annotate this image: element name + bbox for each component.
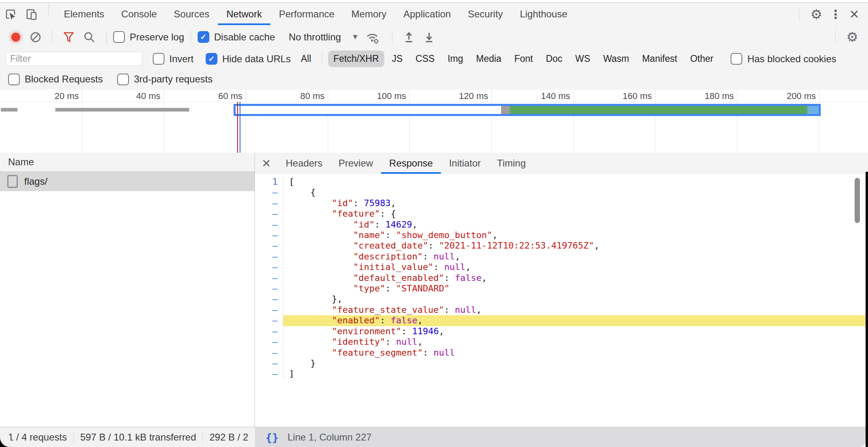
code-line: – "feature_segment": null — [255, 348, 868, 358]
close-detail-icon[interactable]: ✕ — [255, 153, 278, 174]
code-line: – "type": "STANDARD" — [255, 283, 868, 294]
close-devtools-icon[interactable]: ✕ — [845, 7, 864, 21]
disable-cache-checkbox[interactable]: ✓ Disable cache — [198, 31, 275, 43]
code-line: – "feature": { — [255, 209, 868, 219]
request-list: flags/ — [0, 172, 255, 191]
code-line: – "environment": 11946, — [255, 326, 868, 337]
code-text: "feature": { — [283, 209, 868, 219]
tab-lighthouse[interactable]: Lighthouse — [511, 3, 575, 25]
vertical-scrollbar[interactable] — [855, 178, 860, 223]
filter-input[interactable] — [6, 52, 142, 66]
transferred-size: 597 B / 10.1 kB transferred — [80, 432, 196, 443]
import-har-icon[interactable] — [399, 31, 419, 44]
tab-elements[interactable]: Elements — [55, 3, 113, 25]
type-filter-media[interactable]: Media — [471, 51, 507, 67]
hide-data-urls-checkbox[interactable]: ✓ Hide data URLs — [206, 53, 291, 65]
type-filter-fetchxhr[interactable]: Fetch/XHR — [328, 51, 384, 67]
type-filter-css[interactable]: CSS — [410, 51, 440, 67]
response-body-view[interactable]: 1[– {– "id": 75983,– "feature": {– "id":… — [255, 174, 868, 427]
settings-gear-icon[interactable]: ⚙ — [806, 6, 827, 22]
line-number: – — [255, 198, 283, 209]
filter-funnel-icon[interactable] — [59, 31, 79, 43]
waterfall-segment-stalled — [501, 106, 510, 114]
line-number: – — [255, 315, 283, 326]
type-filter-manifest[interactable]: Manifest — [637, 51, 683, 67]
requests-panel: Name flags/ — [0, 153, 255, 427]
more-options-icon[interactable]: ⋮ — [827, 7, 845, 21]
line-number: – — [255, 305, 283, 315]
tab-bar-actions: ⚙ ⋮ ✕ — [792, 3, 868, 25]
network-summary-bar: 1 / 4 requests 597 B / 10.1 kB transferr… — [0, 427, 263, 447]
type-filter-wasm[interactable]: Wasm — [598, 51, 634, 67]
throttling-dropdown[interactable]: No throttling ▼ — [289, 32, 358, 43]
code-line: – "id": 14629, — [255, 219, 868, 230]
code-line: – "id": 75983, — [255, 198, 868, 209]
tab-network[interactable]: Network — [218, 3, 270, 25]
line-number: – — [255, 358, 283, 369]
request-name: flags/ — [24, 176, 47, 187]
tab-security[interactable]: Security — [459, 3, 512, 25]
timeline-gridline — [737, 90, 737, 153]
clear-network-log-icon[interactable] — [26, 31, 45, 43]
waterfall-segment-tail — [807, 106, 819, 114]
name-column-header[interactable]: Name — [0, 153, 255, 172]
code-text: "type": "STANDARD" — [283, 283, 868, 294]
type-filter-all[interactable]: All — [295, 51, 316, 67]
disable-cache-label: Disable cache — [214, 32, 275, 43]
device-toolbar-icon[interactable] — [21, 3, 42, 25]
preserve-log-checkbox[interactable]: Preserve log — [113, 31, 184, 43]
search-icon[interactable] — [79, 31, 100, 44]
type-filter-js[interactable]: JS — [387, 51, 408, 67]
timeline-tick-label: 200 ms — [755, 91, 816, 101]
invert-checkbox[interactable]: Invert — [153, 53, 194, 65]
tab-sources[interactable]: Sources — [165, 3, 218, 25]
tab-performance[interactable]: Performance — [270, 3, 343, 25]
type-filter-font[interactable]: Font — [509, 51, 538, 67]
code-line: – { — [255, 187, 868, 198]
checkbox-box[interactable] — [113, 31, 125, 43]
detail-tab-headers[interactable]: Headers — [278, 153, 331, 174]
divider — [799, 7, 799, 21]
type-filter-ws[interactable]: WS — [570, 51, 596, 67]
detail-tab-initiator[interactable]: Initiator — [441, 153, 489, 174]
network-settings-gear-icon[interactable]: ⚙ — [842, 29, 862, 45]
checkbox-box[interactable]: ✓ — [198, 31, 209, 43]
pretty-print-icon[interactable]: {} — [265, 431, 279, 444]
code-line: – }, — [255, 294, 868, 304]
network-overview-timeline[interactable]: 20 ms40 ms60 ms80 ms100 ms120 ms140 ms16… — [0, 90, 868, 153]
checkbox-box[interactable]: ✓ — [206, 53, 217, 65]
checkbox-box[interactable] — [8, 74, 20, 85]
tab-application[interactable]: Application — [395, 3, 459, 25]
line-number: – — [255, 337, 283, 347]
checkbox-box[interactable] — [117, 74, 129, 85]
inspect-element-icon[interactable] — [0, 3, 21, 25]
overview-request-bar[interactable] — [1, 108, 17, 112]
type-filter-doc[interactable]: Doc — [541, 51, 568, 67]
code-text: "default_enabled": false, — [283, 273, 868, 283]
cursor-position: Line 1, Column 227 — [288, 432, 372, 443]
type-filter-img[interactable]: Img — [442, 51, 468, 67]
network-conditions-icon[interactable] — [359, 30, 386, 44]
export-har-icon[interactable] — [419, 31, 439, 44]
detail-tab-preview[interactable]: Preview — [331, 153, 381, 174]
ruler-divider — [0, 102, 868, 102]
has-blocked-cookies-checkbox[interactable]: Has blocked cookies — [731, 53, 836, 65]
request-row[interactable]: flags/ — [0, 172, 255, 191]
checkbox-box[interactable] — [731, 53, 742, 65]
timeline-tick-label: 40 ms — [100, 91, 160, 101]
detail-tab-timing[interactable]: Timing — [489, 153, 534, 174]
type-filter-other[interactable]: Other — [685, 51, 719, 67]
blocked-requests-checkbox[interactable]: Blocked Requests — [8, 74, 103, 85]
code-text: "environment": 11946, — [283, 326, 868, 337]
checkbox-box[interactable] — [153, 53, 164, 65]
record-network-log-button[interactable] — [11, 33, 20, 42]
line-number: 1 — [255, 177, 283, 187]
code-text: "created_date": "2021-11-12T10:22:53.419… — [283, 240, 868, 251]
overview-selected-request-bar[interactable] — [234, 104, 821, 116]
overview-request-bar[interactable] — [55, 108, 189, 112]
tab-console[interactable]: Console — [113, 3, 165, 25]
detail-tab-response[interactable]: Response — [381, 153, 441, 174]
third-party-requests-checkbox[interactable]: 3rd-party requests — [117, 74, 213, 85]
resource-type-filters: AllFetch/XHRJSCSSImgMediaFontDocWSWasmMa… — [295, 51, 718, 67]
tab-memory[interactable]: Memory — [343, 3, 395, 25]
